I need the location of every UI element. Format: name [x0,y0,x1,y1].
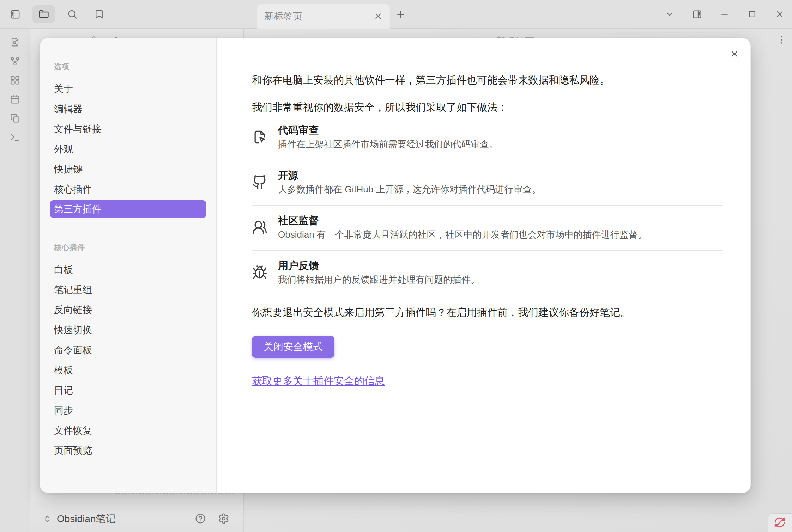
feature-text: 用户反馈我们将根据用户的反馈跟进并处理有问题的插件。 [278,260,480,285]
obsidian-app: 新标签页 Obsidian笔记 [0,0,792,532]
settings-nav-item-files-and-links[interactable]: 文件与链接 [40,119,216,139]
feature-user-feedback: 用户反馈我们将根据用户的反馈跟进并处理有问题的插件。 [252,251,723,295]
settings-nav-section: 选项关于编辑器文件与链接外观快捷键核心插件第三方插件 [40,62,216,218]
settings-nav-item-about[interactable]: 关于 [40,79,216,99]
bug-icon [252,265,267,280]
settings-nav-item-community-plugins[interactable]: 第三方插件 [50,200,206,218]
feature-text: 开源大多数插件都在 GitHub 上开源，这允许你对插件代码进行审查。 [278,170,541,195]
settings-nav-item-sync[interactable]: 同步 [40,400,216,420]
settings-nav-item-page-preview[interactable]: 页面预览 [40,440,216,460]
settings-nav-item-command-palette[interactable]: 命令面板 [40,340,216,360]
settings-nav-item-hotkeys[interactable]: 快捷键 [40,159,216,179]
feature-title: 开源 [278,170,541,181]
settings-nav-item-note-composer[interactable]: 笔记重组 [40,280,216,300]
feature-desc: 插件在上架社区插件市场前需要经过我们的代码审查。 [278,139,498,149]
intro-paragraph-2: 我们非常重视你的数据安全，所以我们采取了如下做法： [252,102,723,113]
settings-nav: 选项关于编辑器文件与链接外观快捷键核心插件第三方插件核心插件白板笔记重组反向链接… [40,38,217,493]
safety-measures-list: 代码审查插件在上架社区插件市场前需要经过我们的代码审查。开源大多数插件都在 Gi… [252,124,723,295]
github-icon [252,175,267,190]
settings-nav-section: 核心插件白板笔记重组反向链接快速切换命令面板模板日记同步文件恢复页面预览 [40,243,216,460]
feature-desc: Obsidian 有一个非常庞大且活跃的社区，社区中的开发者们也会对市场中的插件… [278,229,647,240]
settings-nav-item-backlinks[interactable]: 反向链接 [40,300,216,320]
feature-community-oversight: 社区监督Obsidian 有一个非常庞大且活跃的社区，社区中的开发者们也会对市场… [252,206,723,251]
plugin-security-link[interactable]: 获取更多关于插件安全的信息 [252,374,385,388]
turn-off-safe-mode-button[interactable]: 关闭安全模式 [252,336,334,358]
settings-nav-item-editor[interactable]: 编辑器 [40,99,216,119]
intro-paragraph-1: 和你在电脑上安装的其他软件一样，第三方插件也可能会带来数据和隐私风险。 [252,74,723,86]
feature-desc: 我们将根据用户的反馈跟进并处理有问题的插件。 [278,274,480,285]
settings-nav-item-file-recovery[interactable]: 文件恢复 [40,420,216,440]
feature-title: 用户反馈 [278,260,480,271]
feature-desc: 大多数插件都在 GitHub 上开源，这允许你对插件代码进行审查。 [278,184,541,195]
settings-content: 和你在电脑上安装的其他软件一样，第三方插件也可能会带来数据和隐私风险。 我们非常… [217,38,750,493]
feature-open-source: 开源大多数插件都在 GitHub 上开源，这允许你对插件代码进行审查。 [252,160,723,206]
feature-title: 代码审查 [278,124,498,136]
feature-title: 社区监督 [278,215,647,226]
settings-nav-item-templates[interactable]: 模板 [40,360,216,380]
settings-modal: 选项关于编辑器文件与链接外观快捷键核心插件第三方插件核心插件白板笔记重组反向链接… [40,38,751,493]
settings-nav-item-core-plugins[interactable]: 核心插件 [40,179,216,199]
settings-nav-header: 选项 [54,62,216,72]
settings-nav-item-canvas[interactable]: 白板 [40,259,216,280]
settings-nav-item-appearance[interactable]: 外观 [40,139,216,159]
feature-text: 代码审查插件在上架社区插件市场前需要经过我们的代码审查。 [278,124,498,149]
modal-close-button[interactable] [728,48,741,60]
users-icon [252,220,267,235]
file-pointer-icon [252,129,267,145]
settings-nav-header: 核心插件 [54,243,216,252]
settings-nav-item-daily-notes[interactable]: 日记 [40,380,216,400]
question-paragraph: 你想要退出安全模式来启用第三方插件吗？在启用插件前，我们建议你备份好笔记。 [252,307,723,318]
settings-nav-item-quick-switcher[interactable]: 快速切换 [40,320,216,340]
feature-text: 社区监督Obsidian 有一个非常庞大且活跃的社区，社区中的开发者们也会对市场… [278,215,647,240]
feature-code-review: 代码审查插件在上架社区插件市场前需要经过我们的代码审查。 [252,124,723,160]
